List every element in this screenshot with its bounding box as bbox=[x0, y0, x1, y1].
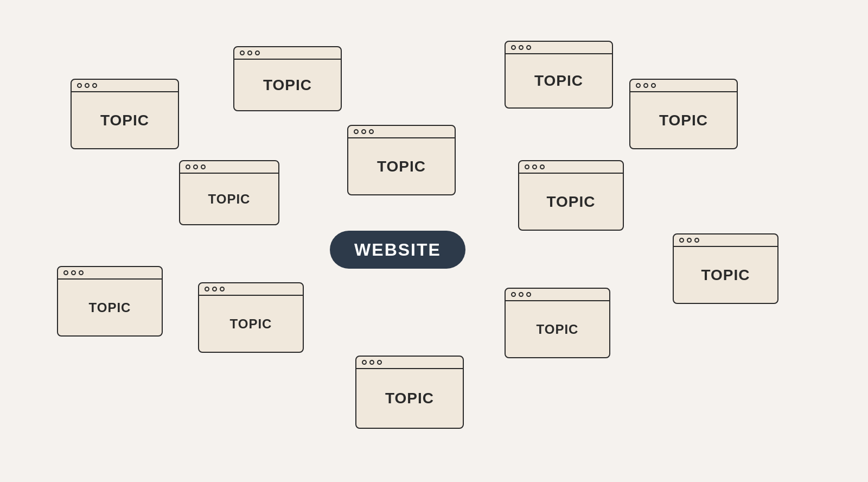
browser-titlebar bbox=[72, 80, 178, 92]
browser-content: TOPIC bbox=[180, 174, 278, 224]
window-dot bbox=[255, 50, 260, 55]
window-dot bbox=[525, 164, 529, 169]
browser-content: TOPIC bbox=[72, 92, 178, 148]
topic-label: TOPIC bbox=[377, 158, 426, 175]
topic-label: TOPIC bbox=[534, 72, 583, 90]
browser-titlebar bbox=[674, 234, 777, 247]
browser-titlebar bbox=[630, 80, 737, 92]
browser-content: TOPIC bbox=[356, 369, 463, 428]
browser-titlebar bbox=[234, 47, 341, 60]
topic-label: TOPIC bbox=[537, 322, 579, 337]
topic-label: TOPIC bbox=[230, 316, 272, 332]
window-dot bbox=[186, 164, 190, 169]
window-dot bbox=[643, 83, 648, 88]
browser-card-4: TOPIC bbox=[347, 125, 456, 195]
browser-titlebar bbox=[180, 161, 278, 174]
browser-card-3: TOPIC bbox=[179, 160, 279, 225]
window-dot bbox=[636, 83, 641, 88]
topic-label: TOPIC bbox=[263, 77, 312, 94]
window-dot bbox=[687, 238, 692, 243]
topic-label: TOPIC bbox=[546, 193, 595, 211]
window-dot bbox=[63, 270, 68, 275]
window-dot bbox=[369, 129, 374, 134]
window-dot bbox=[361, 129, 366, 134]
window-dot bbox=[354, 129, 359, 134]
browser-card-12: TOPIC bbox=[355, 356, 464, 429]
window-dot bbox=[532, 164, 537, 169]
window-dot bbox=[71, 270, 76, 275]
browser-titlebar bbox=[199, 283, 303, 296]
website-pill: WEBSITE bbox=[330, 231, 465, 269]
browser-card-8: TOPIC bbox=[673, 233, 778, 304]
browser-content: TOPIC bbox=[506, 301, 609, 357]
window-dot bbox=[519, 45, 524, 50]
window-dot bbox=[679, 238, 684, 243]
topic-label: TOPIC bbox=[659, 112, 708, 129]
browser-card-9: TOPIC bbox=[57, 266, 163, 337]
window-dot bbox=[526, 45, 531, 50]
browser-card-1: TOPIC bbox=[71, 79, 179, 149]
browser-card-5: TOPIC bbox=[505, 41, 613, 109]
window-dot bbox=[377, 360, 382, 365]
window-dot bbox=[511, 45, 516, 50]
browser-card-10: TOPIC bbox=[198, 282, 304, 353]
browser-content: TOPIC bbox=[348, 138, 455, 194]
topic-label: TOPIC bbox=[701, 267, 750, 284]
window-dot bbox=[526, 292, 531, 297]
topic-label: TOPIC bbox=[89, 300, 131, 315]
browser-content: TOPIC bbox=[234, 60, 341, 110]
browser-titlebar bbox=[348, 126, 455, 138]
window-dot bbox=[694, 238, 699, 243]
topic-label: TOPIC bbox=[385, 390, 434, 407]
browser-card-11: TOPIC bbox=[505, 288, 610, 358]
browser-titlebar bbox=[356, 357, 463, 369]
window-dot bbox=[362, 360, 367, 365]
browser-content: TOPIC bbox=[506, 54, 612, 107]
window-dot bbox=[240, 50, 245, 55]
window-dot bbox=[205, 287, 209, 291]
topic-label: TOPIC bbox=[100, 112, 149, 129]
browser-content: TOPIC bbox=[674, 247, 777, 303]
browser-content: TOPIC bbox=[630, 92, 737, 148]
window-dot bbox=[79, 270, 84, 275]
browser-card-7: TOPIC bbox=[518, 160, 624, 231]
window-dot bbox=[511, 292, 516, 297]
browser-titlebar bbox=[519, 161, 623, 174]
window-dot bbox=[220, 287, 225, 291]
window-dot bbox=[85, 83, 90, 88]
window-dot bbox=[92, 83, 97, 88]
website-label: WEBSITE bbox=[354, 240, 441, 260]
window-dot bbox=[519, 292, 524, 297]
window-dot bbox=[540, 164, 545, 169]
window-dot bbox=[77, 83, 82, 88]
browser-titlebar bbox=[58, 267, 162, 280]
browser-card-6: TOPIC bbox=[629, 79, 738, 149]
browser-content: TOPIC bbox=[199, 296, 303, 352]
window-dot bbox=[201, 164, 206, 169]
window-dot bbox=[212, 287, 217, 291]
topic-label: TOPIC bbox=[208, 192, 251, 207]
browser-content: TOPIC bbox=[519, 174, 623, 230]
browser-content: TOPIC bbox=[58, 280, 162, 335]
window-dot bbox=[369, 360, 374, 365]
window-dot bbox=[193, 164, 198, 169]
browser-card-2: TOPIC bbox=[233, 46, 342, 111]
browser-titlebar bbox=[506, 42, 612, 54]
browser-titlebar bbox=[506, 289, 609, 301]
window-dot bbox=[247, 50, 252, 55]
window-dot bbox=[651, 83, 656, 88]
